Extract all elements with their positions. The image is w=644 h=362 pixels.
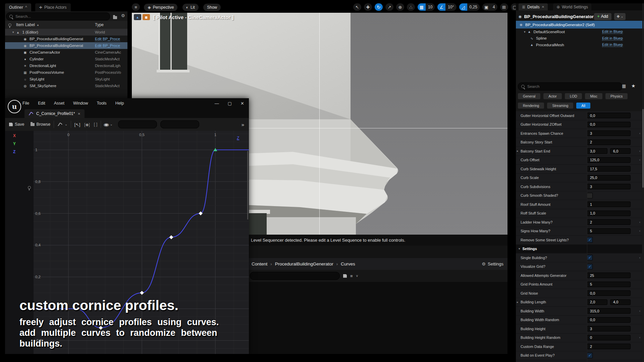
layout-button[interactable]: ⊞ xyxy=(500,3,508,11)
minimize-button[interactable]: — xyxy=(215,101,219,106)
component-tree-row[interactable]: ▾▲DefaultSceneRootEdit in Bluep xyxy=(516,28,644,35)
select-button[interactable]: ↖ xyxy=(353,3,361,11)
curve-template-dropdown[interactable]: ⌄ xyxy=(57,122,67,126)
property-row[interactable]: Single Building?✓‹ xyxy=(516,253,642,262)
expander-icon[interactable]: ▸ xyxy=(517,301,518,304)
graph-scrollbar[interactable] xyxy=(247,151,248,220)
chevron-down-icon[interactable]: ˅ xyxy=(356,274,358,278)
property-row[interactable]: Grid Noise0,0 xyxy=(516,289,642,298)
surface-snap-button[interactable]: ∴ xyxy=(407,3,415,11)
favorites-star-icon[interactable]: ★ xyxy=(631,83,636,88)
breadcrumb-item[interactable]: Curves xyxy=(341,261,355,266)
curve-key[interactable] xyxy=(169,235,173,239)
property-row[interactable]: Balcony Story Start2 xyxy=(516,138,642,147)
expander-icon[interactable]: ▾ xyxy=(519,247,520,250)
property-row[interactable]: Ladder How Many?2‹ xyxy=(516,218,642,227)
details-search[interactable] xyxy=(518,82,623,90)
value-field[interactable]: 2 xyxy=(587,344,631,349)
outliner-search-input[interactable] xyxy=(15,14,107,19)
display-grid-icon[interactable]: ▦ xyxy=(622,83,626,88)
checkbox[interactable]: ✓ xyxy=(587,353,593,358)
add-component-button[interactable]: + Add xyxy=(594,13,611,20)
category-chip-misc[interactable]: Misc xyxy=(585,93,602,99)
value-field[interactable]: 0,0 xyxy=(587,290,631,296)
property-row[interactable]: Build on Event Play?✓ xyxy=(516,351,642,360)
tab-outliner[interactable]: Outliner ^ xyxy=(5,3,31,11)
outliner-row[interactable]: ●CylinderStaticMeshAct xyxy=(5,56,127,62)
outliner-row[interactable]: ◉BP_ProceduralBuildingGeneratEdit BP_Pro… xyxy=(5,36,127,42)
category-chip-actor[interactable]: Actor xyxy=(543,93,562,99)
lit-mode-button[interactable]: ◐ Lit xyxy=(182,4,199,11)
move-button[interactable]: ✚ xyxy=(364,3,372,11)
outliner-row[interactable]: ☀DirectionalLightDirectionalLigh xyxy=(5,62,127,69)
reset-to-default-icon[interactable]: ‹ xyxy=(639,221,640,224)
checkbox[interactable]: ✓ xyxy=(587,237,593,243)
property-row[interactable]: Curb Sidewalk Height17,5 xyxy=(516,165,642,174)
perspective-button[interactable]: ◈ Perspective xyxy=(144,4,177,11)
overflow-chevrons-icon[interactable]: » xyxy=(241,122,244,127)
breadcrumb-item[interactable]: Content xyxy=(252,261,267,266)
property-row[interactable]: Custom Data Range2 xyxy=(516,342,642,351)
component-view-dropdown[interactable]: ❖ ⌄ xyxy=(614,13,626,20)
value-field[interactable]: 2 xyxy=(587,219,631,225)
browse-button[interactable]: Browse xyxy=(31,122,51,127)
outliner-search[interactable] xyxy=(6,12,110,20)
value-field[interactable]: 3 xyxy=(587,130,631,136)
category-chip-general[interactable]: General xyxy=(518,93,540,99)
details-scrollbar[interactable] xyxy=(642,3,644,362)
tab-world-settings[interactable]: ⊕ World Settings xyxy=(553,3,591,10)
show-button[interactable]: Show xyxy=(203,4,221,11)
property-row[interactable]: Roof Stuff Amount1 xyxy=(516,200,642,209)
category-chip-streaming[interactable]: Streaming xyxy=(547,103,573,109)
reset-to-default-icon[interactable]: ‹ xyxy=(639,149,640,153)
value-field[interactable]: 0,0 xyxy=(587,113,631,118)
expander-icon[interactable]: ▸ xyxy=(517,149,518,153)
asset-grid-area[interactable] xyxy=(249,282,507,354)
viewport-menu-hamburger-icon[interactable]: ≡ xyxy=(132,3,140,11)
scrollbar-thumb[interactable] xyxy=(642,109,644,188)
property-row[interactable]: Allowed Attempts Generator25 xyxy=(516,271,642,280)
globe-button[interactable]: ⊕ xyxy=(396,3,404,11)
curve-asset-tab[interactable]: C_Cornice_Profile01* ✕ xyxy=(24,109,85,118)
checkbox[interactable]: ✓ xyxy=(587,264,593,269)
property-row[interactable]: Grid Points Amount5 xyxy=(516,280,642,289)
menu-file[interactable]: File xyxy=(22,101,29,106)
property-row[interactable]: Curb Smooth Shaded? xyxy=(516,191,642,200)
checkbox[interactable]: ✓ xyxy=(587,255,593,260)
property-row[interactable]: Visualize Grid?✓ xyxy=(516,262,642,272)
component-tree-row[interactable]: ◉BP_ProceduralBuildingGenerator2 (Self) xyxy=(516,21,644,28)
tab-place-actors[interactable]: ✛ Place Actors xyxy=(35,3,71,11)
property-row[interactable]: ▸Balcony Start End3,06,0‹ xyxy=(516,147,642,156)
value-field[interactable]: 315,0 xyxy=(587,308,631,314)
value-field[interactable]: 3,0 xyxy=(587,148,607,154)
reset-to-default-icon[interactable]: ‹ xyxy=(639,336,640,339)
edit-blueprint-link[interactable]: Edit BP_Proce xyxy=(95,37,120,41)
curve-editor-titlebar[interactable]: FileEditAssetWindowToolsHelp — ▢ ✕ xyxy=(5,98,249,108)
menu-help[interactable]: Help xyxy=(115,101,124,106)
channel-x[interactable]: X xyxy=(13,133,16,138)
value-field[interactable]: 2 xyxy=(587,139,631,145)
edit-in-blueprint-link[interactable]: Edit in Bluep xyxy=(602,36,623,41)
save-all-icon[interactable] xyxy=(343,274,347,278)
edit-in-blueprint-link[interactable]: Edit in Bluep xyxy=(602,29,623,34)
curve-toolbar-field-1[interactable] xyxy=(118,120,157,128)
value-field[interactable]: 3 xyxy=(587,184,631,189)
grid-snap-button[interactable]: ▦10 xyxy=(418,3,435,11)
filter-icon[interactable]: ≡ xyxy=(350,274,353,279)
new-folder-icon[interactable] xyxy=(113,16,117,19)
menu-window[interactable]: Window xyxy=(73,101,88,106)
property-row[interactable]: ▸Building Length2,04,0 xyxy=(516,298,642,307)
property-row[interactable]: Entrances Spawn Chance3‹ xyxy=(516,129,642,138)
category-chip-physics[interactable]: Physics xyxy=(605,93,628,99)
asset-search-input[interactable] xyxy=(253,274,336,278)
asset-search[interactable] xyxy=(250,272,340,280)
component-tree-row[interactable]: ∿SplineEdit in Bluep xyxy=(516,35,644,42)
visibility-dropdown[interactable]: ◉ ⌄ xyxy=(104,122,112,127)
value-field[interactable]: 0 xyxy=(587,335,631,341)
reset-to-default-icon[interactable]: ‹ xyxy=(639,229,640,233)
maximize-button[interactable]: ▢ xyxy=(228,101,232,106)
category-chip-lod[interactable]: LOD xyxy=(565,93,582,99)
value-field[interactable]: 0,0 xyxy=(587,122,631,127)
value-field[interactable]: 0,0 xyxy=(587,317,631,323)
property-row[interactable]: Roff Stuff Scale1,0 xyxy=(516,209,642,218)
